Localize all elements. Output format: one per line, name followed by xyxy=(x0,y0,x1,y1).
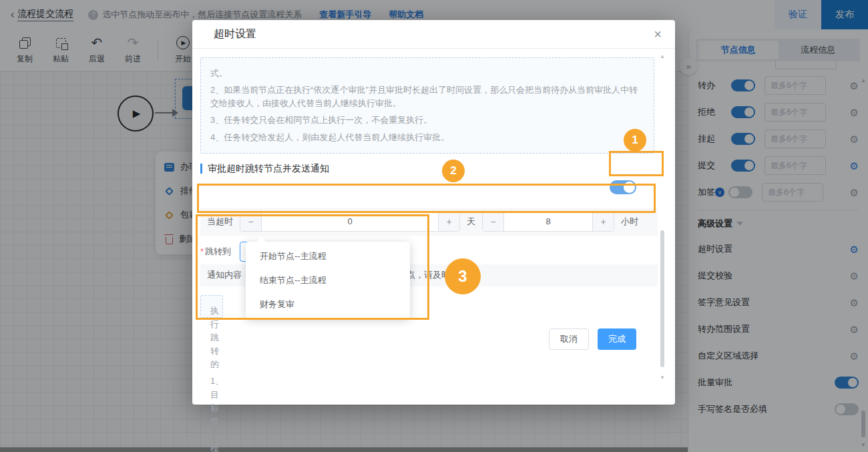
note-line: 1、目标节模式不能为“在预设人员中选取”；如果系统无法自动查找到目标节点上 xyxy=(210,375,213,452)
note-line: 3、任务转交只会在相同节点上执行一次，不会重复执行。 xyxy=(210,114,644,127)
annotation-badge-2: 2 xyxy=(442,160,465,182)
dialog-header: 超时设置 × xyxy=(192,20,675,49)
scroll-thumb[interactable] xyxy=(660,230,664,367)
done-button[interactable]: 完成 xyxy=(598,328,636,350)
note-line: 4、任务转交给发起人，则由发起人代替当前人继续执行审批。 xyxy=(210,131,644,144)
hours-stepper: − 8 + xyxy=(482,212,614,232)
annotation-box-2 xyxy=(197,184,656,213)
note-line: 式。 xyxy=(210,67,644,80)
scroll-down-icon[interactable]: ▼ xyxy=(660,375,665,381)
close-icon[interactable]: × xyxy=(654,27,662,42)
dialog-scrollbar[interactable]: ▲ ▼ xyxy=(659,53,666,381)
annotation-badge-1: 1 xyxy=(624,129,646,152)
top-notes-box: 式。 2、如果当前节点正在执行“依次逐个审批”并且审批时长超出了时间设置，那么只… xyxy=(200,57,654,154)
app-root: ‹ 流程提交流程 ? 选中节点拖动至画布中，然后连接节点设置流程关系 查看新手引… xyxy=(0,0,868,452)
plus-icon[interactable]: + xyxy=(438,212,459,231)
hours-unit: 小时 xyxy=(621,216,638,228)
annotation-box-3 xyxy=(196,214,429,320)
days-unit: 天 xyxy=(467,216,475,228)
hours-value[interactable]: 8 xyxy=(504,212,592,231)
cancel-button[interactable]: 取消 xyxy=(549,328,589,350)
minus-icon[interactable]: − xyxy=(483,212,504,231)
plus-icon[interactable]: + xyxy=(592,212,614,231)
dialog-title: 超时设置 xyxy=(214,27,256,41)
section-accent-bar xyxy=(200,164,202,174)
note-line: 2、如果当前节点正在执行“依次逐个审批”并且审批时长超出了时间设置，那么只会把当… xyxy=(210,83,644,110)
annotation-badge-3: 3 xyxy=(445,258,481,294)
annotation-box-1 xyxy=(609,151,664,176)
scroll-up-icon[interactable]: ▲ xyxy=(660,53,665,59)
section-title: 审批超时跳转节点并发送通知 xyxy=(208,163,329,175)
section-header: 审批超时跳转节点并发送通知 xyxy=(200,163,655,175)
